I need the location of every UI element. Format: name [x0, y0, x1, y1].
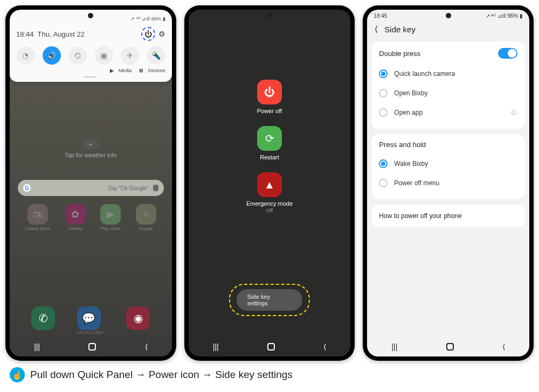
phone-side-key-settings: 18:45 ↗ ⁴ᴳ ⊿ıll 96% ▮ ⟨ Side key Double …	[363, 5, 534, 361]
page-title: Side key	[384, 25, 416, 34]
press-hold-section: Press and hold Wake Bixby Power off menu	[371, 134, 525, 199]
nav-bar: ||| ⟨	[10, 342, 172, 351]
power-off-icon: ⏻	[257, 80, 282, 104]
datetime: 18:44 Thu, August 22	[16, 30, 85, 38]
double-press-switch[interactable]	[498, 48, 517, 59]
double-press-section: Double press Quick launch camera Open Bi…	[371, 41, 525, 129]
wifi-toggle[interactable]: ◔	[16, 46, 34, 65]
radio-selected-icon	[379, 69, 388, 78]
emergency-icon: ▲	[257, 172, 282, 197]
app-google-folder[interactable]: ⊞Google	[136, 204, 156, 231]
app-play-store[interactable]: ▶Play Store	[100, 204, 121, 231]
radio-icon	[379, 179, 388, 187]
nav-home[interactable]	[446, 343, 454, 351]
option-power-off-menu[interactable]: Power off menu	[379, 173, 517, 193]
option-quick-launch-camera[interactable]: Quick launch camera	[379, 64, 517, 83]
dock-messages[interactable]: 💬	[77, 306, 101, 330]
quick-toggles: ◔ 🔊 ⌬ ▣ ✈ 🔦	[16, 46, 165, 65]
radio-selected-icon	[379, 159, 388, 168]
battery-icon: ▮	[518, 13, 523, 19]
dock-camera[interactable]: ◉	[126, 306, 150, 330]
media-button[interactable]: ▶ Media	[110, 68, 132, 73]
google-search-bar[interactable]: G Say "Ok Google"	[18, 180, 164, 196]
weather-widget[interactable]: + Tap for weather info	[10, 139, 172, 158]
nav-recents[interactable]: |||	[391, 342, 397, 351]
search-placeholder: Say "Ok Google"	[108, 185, 149, 191]
nav-home[interactable]	[267, 343, 275, 351]
back-arrow-icon[interactable]: ⟨	[375, 24, 378, 34]
power-icon[interactable]: ⏻	[141, 27, 155, 41]
power-off-button[interactable]: ⏻ Power off	[257, 80, 282, 114]
battery-icon: ▮	[163, 16, 165, 22]
quick-panel[interactable]: ↗ ⁴ᴳ ⊿ıll 96% ▮ 18:44 Thu, August 22 ⏻ ⚙…	[10, 10, 172, 82]
status-time: 18:45	[374, 13, 387, 19]
panel-handle[interactable]	[84, 76, 97, 78]
sound-toggle[interactable]: 🔊	[43, 46, 61, 65]
highlight-ring: Side key settings	[229, 284, 310, 316]
caption-text: Pull down Quick Panel → Power icon → Sid…	[30, 369, 293, 381]
devices-button[interactable]: ⊞ Devices	[139, 68, 165, 73]
howto-link[interactable]: How to power off your phone	[371, 205, 525, 227]
battery-text: 96%	[151, 16, 161, 22]
option-open-bixby[interactable]: Open Bixby	[379, 83, 517, 103]
cloud-plus-icon: +	[82, 139, 99, 150]
dock: ✆ 💬LG U+ | LGU+ ◉	[10, 306, 172, 335]
rotate-toggle[interactable]: ▣	[95, 46, 113, 65]
nav-back[interactable]: ⟨	[145, 342, 148, 351]
status-bar: ↗ ⁴ᴳ ⊿ıll 96% ▮	[16, 14, 165, 24]
status-bar: 18:45 ↗ ⁴ᴳ ⊿ıll 96% ▮	[367, 10, 529, 19]
dock-phone[interactable]: ✆	[31, 306, 55, 330]
nav-bar: ||| ⟨	[189, 342, 351, 351]
signal-icon: ↗	[130, 16, 135, 22]
phone-power-menu: ⏻ Power off ⟳ Restart ▲ Emergency mode O…	[184, 5, 355, 361]
signal-icon: ↗	[486, 13, 492, 19]
side-key-settings-button[interactable]: Side key settings	[229, 284, 310, 316]
nav-bar: ||| ⟨	[367, 342, 529, 351]
power-menu: ⏻ Power off ⟳ Restart ▲ Emergency mode O…	[189, 10, 351, 213]
settings-gear-icon[interactable]: ⚙	[158, 30, 165, 38]
flashlight-toggle[interactable]: 🔦	[147, 46, 165, 65]
bluetooth-toggle[interactable]: ⌬	[68, 46, 87, 65]
touch-icon: ☝	[10, 367, 25, 382]
mic-icon	[153, 185, 158, 191]
nav-recents[interactable]: |||	[34, 342, 40, 351]
app-gallery[interactable]: ✿Gallery	[65, 204, 86, 231]
emergency-mode-button[interactable]: ▲ Emergency mode Off	[246, 172, 293, 213]
nav-back[interactable]: ⟨	[323, 342, 326, 351]
caption: ☝ Pull down Quick Panel → Power icon → S…	[0, 361, 539, 382]
radio-icon	[379, 89, 388, 97]
app-galaxy-store[interactable]: 🛍Galaxy Store	[25, 204, 50, 231]
radio-icon	[379, 108, 388, 117]
option-open-app[interactable]: Open app ⚙	[379, 103, 517, 122]
app-row: 🛍Galaxy Store ✿Gallery ▶Play Store ⊞Goog…	[10, 196, 172, 231]
section-title: Press and hold	[379, 141, 426, 149]
nav-home[interactable]	[88, 343, 96, 351]
airplane-toggle[interactable]: ✈	[121, 46, 139, 65]
restart-button[interactable]: ⟳ Restart	[257, 126, 282, 160]
gear-icon[interactable]: ⚙	[510, 108, 517, 117]
restart-icon: ⟳	[257, 126, 282, 151]
settings-header: ⟨ Side key	[367, 19, 529, 41]
google-logo-icon: G	[23, 184, 31, 192]
nav-recents[interactable]: |||	[213, 342, 219, 351]
weather-text: Tap for weather info	[10, 152, 172, 158]
section-title: Double press	[379, 50, 420, 58]
nav-back[interactable]: ⟨	[502, 342, 505, 351]
option-wake-bixby[interactable]: Wake Bixby	[379, 154, 517, 173]
phone-quick-panel: + Tap for weather info G Say "Ok Google"…	[5, 5, 176, 361]
